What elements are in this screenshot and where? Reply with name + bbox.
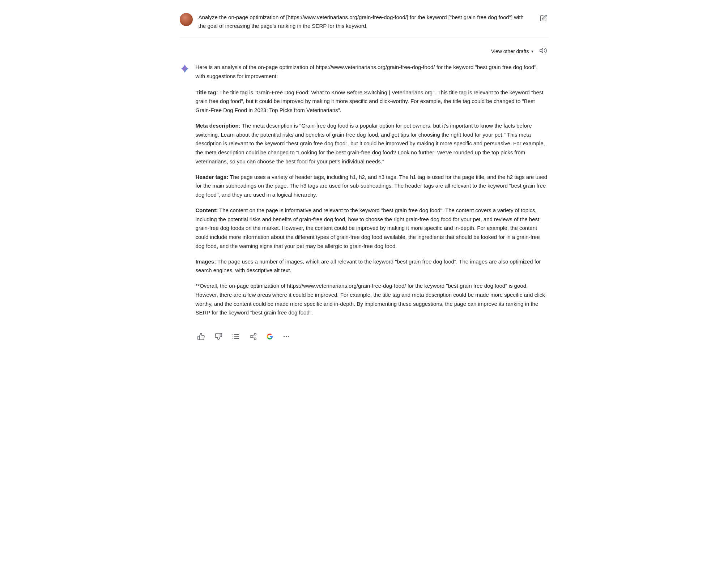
view-drafts-button[interactable]: View other drafts ▾ bbox=[491, 48, 533, 54]
action-bar bbox=[196, 327, 549, 342]
response-section: Header tags: The page uses a variety of … bbox=[196, 173, 549, 200]
drafts-row: View other drafts ▾ bbox=[180, 45, 549, 57]
chevron-down-icon: ▾ bbox=[531, 49, 533, 54]
gemini-icon bbox=[180, 64, 190, 74]
prompt-row: Analyze the on-page optimization of [htt… bbox=[180, 7, 549, 38]
google-search-button[interactable] bbox=[265, 332, 274, 341]
prompt-text: Analyze the on-page optimization of [htt… bbox=[199, 13, 533, 30]
avatar bbox=[180, 13, 193, 26]
response-section: Meta description: The meta description i… bbox=[196, 121, 549, 166]
modify-button[interactable] bbox=[230, 331, 241, 342]
svg-point-13 bbox=[286, 336, 287, 337]
response-overall: **Overall, the on-page optimization of h… bbox=[196, 282, 549, 317]
svg-point-12 bbox=[283, 336, 285, 337]
response-section: Title tag: The title tag is "Grain-Free … bbox=[196, 88, 549, 115]
svg-line-11 bbox=[252, 335, 254, 336]
response-intro: Here is an analysis of the on-page optim… bbox=[196, 63, 549, 81]
svg-line-10 bbox=[252, 337, 254, 338]
response-content: Here is an analysis of the on-page optim… bbox=[196, 63, 549, 342]
sound-button[interactable] bbox=[538, 45, 549, 57]
view-drafts-label: View other drafts bbox=[491, 48, 529, 54]
response-sections: Title tag: The title tag is "Grain-Free … bbox=[196, 88, 549, 275]
edit-prompt-button[interactable] bbox=[538, 13, 549, 24]
svg-point-14 bbox=[288, 336, 289, 337]
thumbs-down-button[interactable] bbox=[213, 331, 224, 342]
response-row: Here is an analysis of the on-page optim… bbox=[180, 63, 549, 342]
svg-marker-0 bbox=[540, 48, 542, 53]
share-button[interactable] bbox=[248, 331, 259, 342]
more-options-button[interactable] bbox=[281, 331, 292, 342]
thumbs-up-button[interactable] bbox=[196, 331, 207, 342]
response-section: Images: The page uses a number of images… bbox=[196, 257, 549, 275]
response-section: Content: The content on the page is info… bbox=[196, 206, 549, 251]
